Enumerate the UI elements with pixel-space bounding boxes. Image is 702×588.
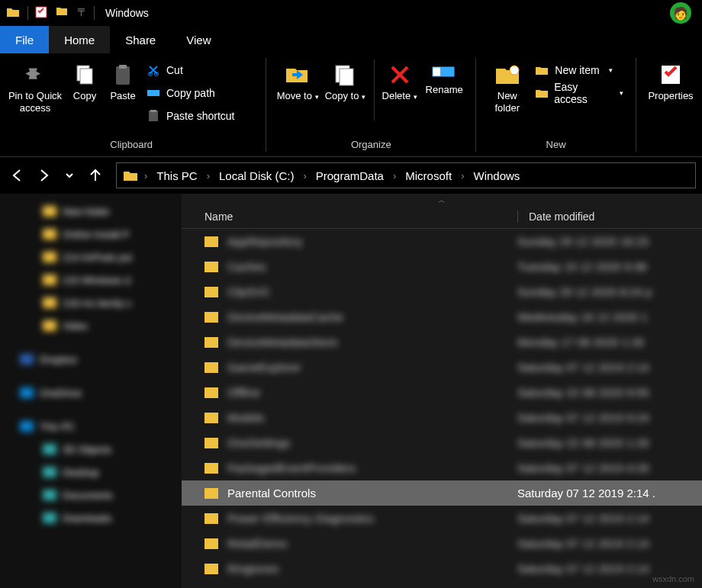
table-row[interactable]: ClipSVCSunday 29 12 2020 8:24 p [182,279,702,304]
table-row[interactable]: DeviceMetadataStoreMonday 17 08 2020 1:2… [182,329,702,355]
file-name: Ringtones [227,562,517,575]
folder-small-icon[interactable] [56,5,71,21]
file-name: Offline [227,386,517,399]
table-row[interactable]: RetailDemoSaturday 07 12 2019 2:14 [182,531,702,556]
delete-button[interactable]: Delete▾ [379,59,420,105]
table-row[interactable]: PackagedEventProvidersSaturday 07 12 201… [182,455,702,480]
qat-dropdown[interactable]: 〒 [77,6,88,20]
sidebar-item[interactable]: Documents [0,484,182,506]
folder-icon [204,538,218,549]
user-avatar[interactable]: 🧑 [670,2,691,24]
folder-icon [204,463,218,474]
folder-icon [204,337,218,348]
copy-path-button[interactable]: Copy path [147,84,235,102]
file-date: Saturday 07 12 2019 9:24 [517,411,649,424]
tab-share[interactable]: Share [110,26,171,53]
column-headers: Name Date modified [182,204,702,229]
paste-button[interactable]: Paste [104,59,142,105]
sidebar-item[interactable]: Dropbox [0,348,182,371]
file-name: Power Efficiency Diagnostics [227,512,517,525]
file-name: DeviceMetadataCache [227,310,517,323]
sidebar-item[interactable]: New folder [0,200,182,223]
folder-icon [204,438,218,448]
svg-rect-7 [147,90,159,96]
copy-to-button[interactable]: Copy to▾ [321,59,369,105]
column-name[interactable]: Name [204,210,517,223]
svg-rect-4 [119,65,127,69]
cut-button[interactable]: Cut [147,61,235,79]
move-to-button[interactable]: Move to▾ [274,59,321,105]
table-row[interactable]: RingtonesSaturday 07 12 2019 2:14 [182,556,702,581]
table-row[interactable]: CachesTuesday 15 12 2020 9:38 [182,254,702,279]
chevron-right-icon[interactable]: › [459,170,465,182]
table-row[interactable]: Power Efficiency DiagnosticsSaturday 07 … [182,506,702,531]
crumb-windows[interactable]: Windows [465,169,527,182]
tab-file[interactable]: File [0,26,49,53]
copy-button[interactable]: Copy [66,59,104,105]
crumb-programdata[interactable]: ProgramData [308,169,391,182]
chevron-right-icon[interactable]: › [205,170,211,182]
collapse-icon[interactable]: ︿ [438,195,446,206]
table-row[interactable]: AppRepositorySunday 29 12 2020 18:23 [182,229,702,254]
file-name: PackagedEventProviders [227,461,517,474]
chevron-right-icon[interactable]: › [301,170,308,182]
sidebar-item[interactable]: Desktop [0,461,182,484]
group-organize: Organize [269,137,472,153]
breadcrumb[interactable]: › This PC › Local Disk (C:) › ProgramDat… [116,162,696,188]
table-row[interactable]: OfflineSaturday 22 08 2020 9:55 [182,380,702,405]
table-row[interactable]: OneSettingsSaturday 22 08 2020 1:26 [182,430,702,455]
ribbon-tabs: File Home Share View [0,26,702,53]
crumb-local-disk[interactable]: Local Disk (C:) [211,169,301,182]
sidebar-item[interactable]: OneDrive [0,381,182,404]
crumb-this-pc[interactable]: This PC [149,169,204,182]
table-row[interactable]: GameExplorerSaturday 07 12 2019 2:14 [182,355,702,380]
tab-view[interactable]: View [171,26,226,53]
sidebar-item[interactable]: 3D Objects [0,438,182,461]
svg-rect-8 [149,111,158,121]
nav-bar: › This PC › Local Disk (C:) › ProgramDat… [0,157,702,194]
file-list: ︿ Name Date modified AppRepositorySunday… [182,194,702,588]
table-row[interactable]: Parental ControlsSaturday 07 12 2019 2:1… [182,480,702,506]
folder-icon [204,312,218,323]
folder-icon [204,387,218,398]
sidebar-item[interactable]: 216 ms family s [0,291,182,314]
ribbon: Pin to Quick access Copy Paste Cut Copy … [0,53,702,157]
chevron-right-icon[interactable]: › [391,170,398,182]
pin-button[interactable]: Pin to Quick access [5,59,66,117]
recent-dropdown[interactable] [58,164,81,187]
paste-shortcut-button[interactable]: Paste shortcut [147,107,235,125]
file-date: Wednesday 16 12 2020 1 [517,310,648,323]
sidebar-item[interactable]: Downloads [0,506,182,529]
file-date: Saturday 07 12 2019 2:14 [517,361,649,374]
file-date: Saturday 07 12 2019 2:14 [517,562,649,575]
file-name: DeviceMetadataStore [227,336,517,349]
sidebar-item[interactable]: This PC [0,415,182,438]
properties-button[interactable]: Properties [644,59,697,105]
forward-button[interactable] [32,164,55,187]
new-folder-button[interactable]: New folder [484,59,530,117]
folder-icon [204,236,218,247]
crumb-microsoft[interactable]: Microsoft [398,169,459,182]
sidebar-item[interactable]: 215 Windows d [0,268,182,291]
column-date[interactable]: Date modified [517,210,594,223]
tab-home[interactable]: Home [49,26,110,53]
properties-icon[interactable] [34,5,50,21]
up-button[interactable] [84,164,107,187]
file-name: Models [227,411,517,424]
svg-rect-3 [116,66,130,85]
table-row[interactable]: ModelsSaturday 07 12 2019 9:24 [182,405,702,430]
new-item-button[interactable]: New item▾ [535,61,623,79]
rename-button[interactable]: Rename [420,59,468,99]
svg-rect-0 [36,7,47,18]
sidebar-item[interactable]: Online Install P [0,223,182,246]
svg-rect-11 [340,69,353,85]
easy-access-button[interactable]: Easy access▾ [535,84,623,102]
file-name: Caches [227,260,517,273]
folder-icon [204,262,218,272]
table-row[interactable]: DeviceMetadataCacheWednesday 16 12 2020 … [182,304,702,329]
folder-icon [204,513,218,524]
back-button[interactable] [6,164,29,187]
chevron-right-icon[interactable]: › [143,170,149,182]
sidebar-item[interactable]: Video [0,314,182,337]
sidebar-item[interactable]: 214 AirPods pst [0,246,182,268]
